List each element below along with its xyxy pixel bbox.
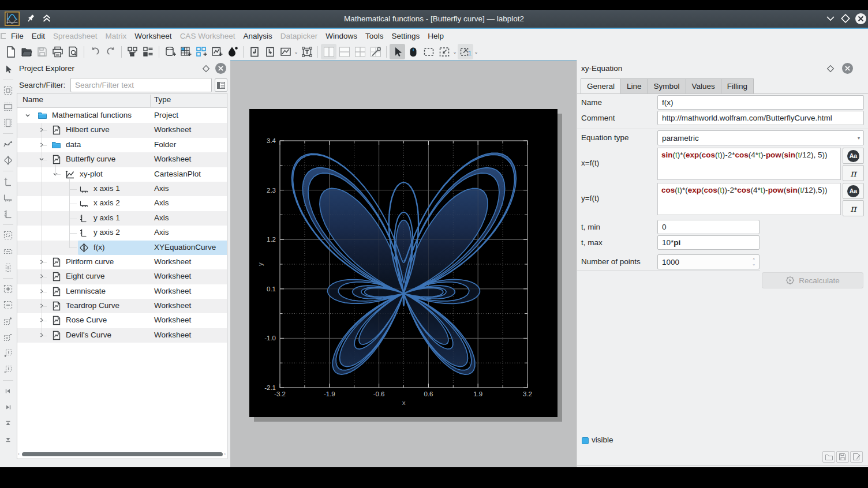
- zoom-fit-selection-dropdown-icon[interactable]: ⌄: [452, 44, 458, 59]
- tree-row-xy-plot[interactable]: xy-plotCartesianPlot: [17, 167, 227, 182]
- zoom-in-box-button[interactable]: [1, 282, 15, 296]
- tree-row-lemniscate[interactable]: LemniscateWorksheet: [17, 284, 227, 299]
- column-header-type[interactable]: Type: [154, 95, 171, 104]
- tree-row-x-axis-2[interactable]: x axis 2Axis: [17, 196, 227, 211]
- visible-checkbox[interactable]: [582, 437, 589, 444]
- select-cursor-small-button[interactable]: [1, 62, 15, 76]
- save-template-button[interactable]: [836, 451, 849, 463]
- export-box-button[interactable]: [262, 44, 278, 59]
- tree-row-hilbert-curve[interactable]: Hilbert curveWorksheet: [17, 123, 227, 137]
- shift-left-x-button[interactable]: [1, 384, 15, 398]
- add-plot-box-button[interactable]: [1, 84, 15, 97]
- new-matrix-button[interactable]: [178, 44, 193, 59]
- tree-row-eight-curve[interactable]: Eight curveWorksheet: [17, 269, 227, 284]
- y-equation-input[interactable]: cos(t)*(exp(cos(t))-2*cos(4*t)-pow(sin(t…: [657, 183, 841, 215]
- hscroll-right-arrow[interactable]: ›: [224, 451, 226, 457]
- menu-file[interactable]: File: [7, 32, 28, 40]
- expander-open-icon[interactable]: [25, 112, 31, 118]
- redo-button[interactable]: [103, 44, 118, 59]
- zoom-out-y-button[interactable]: [1, 363, 15, 377]
- text-frame-button[interactable]: [299, 44, 315, 59]
- print-button[interactable]: [50, 44, 65, 59]
- points-spinbox[interactable]: 1000⌃⌄: [657, 254, 760, 269]
- float-dock-icon[interactable]: [826, 65, 835, 73]
- tree-header[interactable]: Name Type: [17, 93, 227, 108]
- menu-settings[interactable]: Settings: [388, 32, 424, 40]
- menu-cas-worksheet[interactable]: CAS Worksheet: [176, 32, 240, 40]
- zoom-out-x-button[interactable]: [1, 331, 15, 344]
- tree-row-x-axis-1[interactable]: x axis 1Axis: [17, 182, 227, 196]
- select-cursor-button[interactable]: [390, 44, 405, 59]
- close-icon[interactable]: [855, 13, 867, 25]
- layout-grid-button[interactable]: [352, 44, 368, 59]
- column-header-name[interactable]: Name: [23, 95, 43, 104]
- new-datasource-button[interactable]: [162, 44, 178, 59]
- image-frame-dropdown-icon[interactable]: ⌄: [293, 44, 299, 59]
- menu-edit[interactable]: Edit: [28, 32, 49, 40]
- menu-spreadsheet[interactable]: Spreadsheet: [49, 32, 102, 40]
- zoom-one-dropdown-icon[interactable]: ⌄: [473, 44, 479, 59]
- minimize-icon[interactable]: [825, 14, 836, 23]
- tree-row-butterfly-curve[interactable]: Butterfly curveWorksheet: [17, 152, 227, 167]
- save-as-template-button[interactable]: [850, 451, 863, 463]
- worksheet-page[interactable]: -3.2-1.9-0.60.61.93.23.42.31.20.1-1.0-2.…: [249, 109, 558, 417]
- pi-functions-button[interactable]: π: [843, 200, 864, 216]
- tree-row-f-x-[interactable]: f(x)XYEquationCurve: [17, 241, 227, 255]
- tree-row-piriform-curve[interactable]: Piriform curveWorksheet: [17, 255, 227, 269]
- zoom-select-button[interactable]: [421, 44, 436, 59]
- zoom-region-y-button[interactable]: [1, 261, 15, 275]
- layout-break-button[interactable]: [368, 44, 383, 59]
- shift-down-y-button[interactable]: [1, 433, 15, 446]
- comment-input[interactable]: http://mathworld.wolfram.com/ButterflyCu…: [657, 111, 864, 125]
- tmax-input[interactable]: 10*pi: [657, 235, 760, 250]
- layout-horizontal-button[interactable]: [336, 44, 352, 59]
- zoom-fit-selection-button[interactable]: [436, 44, 452, 59]
- menu-matrix[interactable]: Matrix: [102, 32, 131, 40]
- x-equation-input[interactable]: sin(t)*(exp(cos(t))-2*cos(4*t)-pow(sin(t…: [657, 148, 841, 180]
- zoom-one-button[interactable]: 1: [458, 44, 473, 59]
- name-input[interactable]: f(x): [657, 95, 864, 110]
- tree-row-y-axis-1[interactable]: y axis 1Axis: [17, 211, 227, 226]
- add-equation-curve-button[interactable]: [1, 153, 15, 167]
- tab-general[interactable]: General: [581, 78, 621, 94]
- shift-up-y-button[interactable]: [1, 416, 15, 430]
- tab-line[interactable]: Line: [621, 78, 648, 94]
- recalculate-button[interactable]: Recalculate: [762, 272, 863, 288]
- tab-values[interactable]: Values: [686, 78, 721, 94]
- add-legend-axis-button[interactable]: [1, 175, 15, 189]
- save-button[interactable]: [34, 44, 50, 59]
- navigate-mouse-button[interactable]: [405, 44, 421, 59]
- menu-help[interactable]: Help: [424, 32, 448, 40]
- shift-right-x-button[interactable]: [1, 400, 15, 414]
- tree-row-rose-curve[interactable]: Rose CurveWorksheet: [17, 313, 227, 328]
- close-dock-icon[interactable]: [841, 62, 854, 74]
- column-separator[interactable]: [150, 95, 151, 107]
- hscrollbar-handle[interactable]: [22, 452, 223, 456]
- zoom-region-button[interactable]: [1, 228, 15, 242]
- float-dock-icon[interactable]: [202, 65, 210, 73]
- load-template-button[interactable]: [822, 451, 835, 463]
- new-document-button[interactable]: [3, 44, 18, 59]
- zoom-region-x-button[interactable]: [1, 245, 15, 258]
- add-curve-button[interactable]: [1, 137, 15, 151]
- open-folder-button[interactable]: [18, 44, 34, 59]
- menubar-grip-icon[interactable]: [1, 33, 6, 39]
- add-x-axis-button[interactable]: [1, 191, 15, 205]
- zoom-in-x-button[interactable]: [1, 314, 15, 328]
- butterfly-plot[interactable]: -3.2-1.9-0.60.61.93.23.42.31.20.1-1.0-2.…: [249, 109, 558, 417]
- import-box-button[interactable]: [246, 44, 262, 59]
- tree-row-teardrop-curve[interactable]: Teardrop CurveWorksheet: [17, 299, 227, 313]
- maximize-icon[interactable]: [840, 13, 851, 24]
- add-h-box-button[interactable]: [1, 100, 15, 114]
- layout-vertical-button[interactable]: [321, 44, 336, 59]
- image-frame-button[interactable]: [278, 44, 293, 59]
- new-spreadsheet-button[interactable]: [193, 44, 209, 59]
- zoom-out-box-button[interactable]: [1, 298, 15, 312]
- tree-row-y-axis-2[interactable]: y axis 2Axis: [17, 226, 227, 240]
- tab-symbol[interactable]: Symbol: [648, 78, 686, 94]
- tab-filling[interactable]: Filling: [721, 78, 754, 94]
- menu-worksheet[interactable]: Worksheet: [130, 32, 175, 40]
- zoom-in-y-button[interactable]: [1, 347, 15, 361]
- worksheet-view[interactable]: -3.2-1.9-0.60.61.93.23.42.31.20.1-1.0-2.…: [230, 60, 577, 467]
- tree-row-devil-s-curve[interactable]: Devil's CurveWorksheet: [17, 328, 227, 343]
